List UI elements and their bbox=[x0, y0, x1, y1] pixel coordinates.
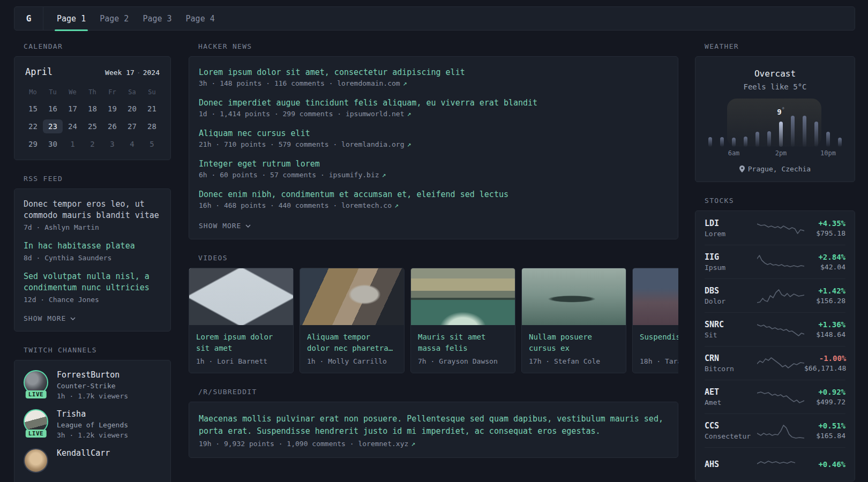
subreddit-post-title[interactable]: Maecenas mollis pulvinar erat non posuer… bbox=[199, 413, 668, 438]
stock-row-ldi[interactable]: LDILorem+4.35%$795.18 bbox=[705, 211, 845, 245]
weather-bar-2pm bbox=[779, 122, 783, 147]
external-link-icon: ↗ bbox=[411, 440, 415, 448]
chevron-down-icon bbox=[245, 224, 251, 228]
hacker-news-item-title[interactable]: Integer eget rutrum lorem bbox=[199, 159, 668, 169]
twitch-channel-name[interactable]: ForrestBurton bbox=[57, 370, 128, 380]
twitch-channel-row[interactable]: LIVETrishaLeague of Legends3h · 1.2k vie… bbox=[24, 409, 161, 439]
video-card[interactable]: Lorem ipsum dolor sit amet consectetu…1h… bbox=[189, 268, 294, 373]
weather-bar-8pm bbox=[814, 122, 818, 147]
weather-bar-6pm bbox=[803, 116, 806, 147]
weather-axis-label: 6am bbox=[728, 149, 740, 157]
calendar-day-selected: 23 bbox=[43, 119, 63, 133]
stock-row-dbs[interactable]: DBSDolor+1.42%$156.28 bbox=[705, 278, 845, 312]
hacker-news-item-title[interactable]: Lorem ipsum dolor sit amet, consectetur … bbox=[199, 67, 668, 77]
twitch-channel-name[interactable]: Trisha bbox=[57, 409, 128, 419]
tab-page-4[interactable]: Page 4 bbox=[179, 7, 222, 30]
stock-row-iig[interactable]: IIGIpsum+2.84%$42.04 bbox=[705, 245, 845, 278]
external-link-icon: ↗ bbox=[403, 79, 407, 87]
video-card[interactable]: Mauris sit amet massa felis7h · Grayson … bbox=[410, 268, 515, 373]
weather-axis-label: 10pm bbox=[820, 149, 836, 157]
weather-card: Overcast Feels like 5°C 9° 6am2pm10pm Pr… bbox=[695, 56, 855, 182]
stock-name: Consectetur bbox=[705, 432, 757, 440]
stock-row-crn[interactable]: CRNBitcorn-1.00%$66,171.48 bbox=[705, 346, 845, 380]
calendar-day: 24 bbox=[63, 119, 83, 133]
calendar-week-info: Week 17·2024 bbox=[105, 69, 160, 77]
stock-row-ahs[interactable]: AHS+0.46% bbox=[705, 447, 845, 481]
weather-bar-10am bbox=[755, 132, 759, 147]
calendar-day: 1 bbox=[63, 137, 83, 151]
stock-change-percent: +1.36% bbox=[816, 320, 845, 329]
stock-symbol: CRN bbox=[705, 353, 757, 363]
rss-item[interactable]: In hac habitasse platea8d · Cynthia Saun… bbox=[24, 240, 161, 262]
hacker-news-item-title[interactable]: Donec imperdiet augue tincidunt felis al… bbox=[199, 98, 668, 108]
video-title[interactable]: Mauris sit amet massa felis bbox=[418, 332, 508, 354]
twitch-avatar-wrap: LIVE bbox=[24, 409, 48, 434]
stock-row-ccs[interactable]: CCSConsectetur+0.51%$165.84 bbox=[705, 413, 845, 447]
calendar-grid: MoTuWeThFrSaSu15161718192021222324252627… bbox=[23, 86, 162, 151]
tab-page-1[interactable]: Page 1 bbox=[50, 7, 93, 30]
weather-bar-10pm bbox=[826, 132, 830, 147]
stock-sparkline bbox=[757, 254, 804, 270]
stock-sparkline bbox=[757, 220, 804, 236]
calendar-year: 2024 bbox=[143, 69, 160, 77]
twitch-channel-row[interactable]: KendallCarr bbox=[24, 448, 161, 473]
stock-change-percent: +4.35% bbox=[816, 219, 845, 228]
rss-widget: RSS FEED Donec tempor eros leo, ut commo… bbox=[14, 175, 171, 332]
stock-row-aet[interactable]: AETAmet+0.92%$499.72 bbox=[705, 380, 845, 413]
rss-show-more-button[interactable]: SHOW MORE bbox=[24, 314, 76, 322]
hacker-news-item: Integer eget rutrum lorem6h · 60 points … bbox=[199, 159, 668, 179]
rss-item[interactable]: Sed volutpat nulla nisl, a condimentum n… bbox=[24, 271, 161, 304]
stock-price: $156.28 bbox=[816, 297, 845, 305]
twitch-channel-row[interactable]: LIVEForrestBurtonCounter-Strike1h · 1.7k… bbox=[24, 370, 161, 400]
twitch-channel-category: Counter-Strike bbox=[57, 382, 128, 390]
stock-symbol: LDI bbox=[705, 219, 757, 228]
hacker-news-item: Donec imperdiet augue tincidunt felis al… bbox=[199, 98, 668, 118]
calendar-day: 28 bbox=[142, 119, 162, 133]
rss-item-title[interactable]: In hac habitasse platea bbox=[24, 240, 161, 252]
weather-hourly-chart: 9° bbox=[708, 99, 842, 147]
stock-change-percent: +0.92% bbox=[816, 388, 845, 396]
calendar-day: 16 bbox=[43, 102, 63, 116]
stock-name: Dolor bbox=[705, 297, 757, 305]
app-logo[interactable]: G bbox=[14, 7, 43, 30]
stock-values: +0.51%$165.84 bbox=[816, 421, 845, 440]
stock-row-snrc[interactable]: SNRCSit+1.36%$148.64 bbox=[705, 312, 845, 346]
calendar-month: April bbox=[25, 66, 53, 77]
video-title[interactable]: Suspendisse diam bbox=[640, 332, 678, 354]
video-card[interactable]: Aliquam tempor dolor nec pharetra…1h · M… bbox=[300, 268, 405, 373]
stock-price: $165.84 bbox=[816, 432, 845, 440]
video-title[interactable]: Nullam posuere cursus ex bbox=[529, 332, 619, 354]
hacker-news-show-more-button[interactable]: SHOW MORE bbox=[199, 222, 251, 230]
calendar-day: 19 bbox=[102, 102, 122, 116]
video-title[interactable]: Aliquam tempor dolor nec pharetra… bbox=[307, 332, 397, 354]
video-card[interactable]: Suspendisse diam18h · Tara bbox=[632, 268, 678, 373]
rss-item[interactable]: Donec tempor eros leo, ut commodo mauris… bbox=[24, 199, 161, 231]
hacker-news-item-title[interactable]: Aliquam nec cursus elit bbox=[199, 129, 668, 138]
hacker-news-item-title[interactable]: Donec enim nibh, condimentum et accumsan… bbox=[199, 190, 668, 199]
weather-bars bbox=[708, 99, 842, 147]
stock-values: +0.46% bbox=[818, 460, 845, 469]
twitch-channel-name[interactable]: KendallCarr bbox=[57, 448, 110, 458]
stock-name: Sit bbox=[705, 331, 757, 339]
degree-symbol: ° bbox=[782, 107, 785, 112]
tab-page-3[interactable]: Page 3 bbox=[136, 7, 178, 30]
stock-values: +1.36%$148.64 bbox=[816, 320, 845, 338]
hacker-news-show-more-label: SHOW MORE bbox=[199, 222, 241, 230]
tab-page-2[interactable]: Page 2 bbox=[93, 7, 136, 30]
weather-bar-2am bbox=[708, 137, 712, 147]
stock-change-percent: +1.42% bbox=[816, 287, 845, 295]
video-card[interactable]: Nullam posuere cursus ex17h · Stefan Col… bbox=[521, 268, 626, 373]
twitch-channel-info: ForrestBurtonCounter-Strike1h · 1.7k vie… bbox=[57, 370, 128, 400]
weather-feels-like: Feels like 5°C bbox=[708, 82, 842, 91]
video-title[interactable]: Lorem ipsum dolor sit amet consectetu… bbox=[196, 332, 286, 354]
stock-symbol: DBS bbox=[705, 286, 757, 296]
video-card-body: Suspendisse diam18h · Tara bbox=[633, 325, 678, 373]
stock-change-percent: +0.46% bbox=[818, 460, 845, 469]
rss-item-title[interactable]: Donec tempor eros leo, ut commodo mauris… bbox=[24, 199, 161, 221]
hacker-news-item-meta: 1d · 1,414 points · 299 comments · ipsum… bbox=[199, 110, 668, 118]
twitch-channel-category: League of Legends bbox=[57, 421, 128, 429]
video-meta: 1h · Lori Barnett bbox=[196, 357, 286, 365]
stock-identity: LDILorem bbox=[705, 219, 757, 238]
rss-item-title[interactable]: Sed volutpat nulla nisl, a condimentum n… bbox=[24, 271, 161, 293]
calendar-day: 25 bbox=[83, 119, 102, 133]
